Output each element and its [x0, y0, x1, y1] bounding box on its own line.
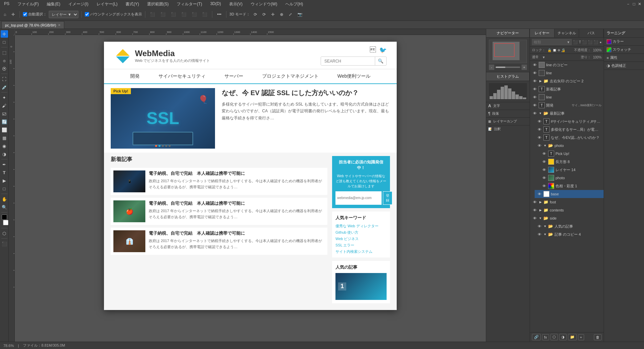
brush-tool[interactable]: 🖌: [1, 102, 8, 109]
lasso-tool[interactable]: ⌾: [1, 57, 8, 64]
gradient-tool[interactable]: ▦: [1, 134, 8, 142]
screen-mode-btn[interactable]: ⬛: [1, 240, 8, 247]
canvas-area[interactable]: 0 100 200 300 400 500 600 700 80: [9, 29, 486, 342]
3d-orbit-btn[interactable]: ⟳: [252, 11, 259, 18]
home-btn[interactable]: ⌂: [2, 11, 8, 18]
history-brush-tool[interactable]: 🔄: [1, 118, 8, 125]
layer-photo-folder[interactable]: 👁 ▼ 📂 photo: [535, 142, 604, 150]
visibility-eye-20[interactable]: 👁: [537, 224, 542, 228]
nav-security[interactable]: サイバーセキュリティ: [149, 69, 215, 83]
move-tool[interactable]: ✛: [1, 30, 8, 38]
menu-help[interactable]: ヘルプ(H): [284, 1, 305, 8]
article-item[interactable]: 📱 電子納税、自宅で完結 本人確認は携帯で可能に 政府は 2017 年からインタ…: [111, 168, 327, 195]
layer-mask-btn[interactable]: ⬡: [550, 334, 558, 340]
layer-expand-10[interactable]: ▼: [543, 144, 547, 147]
crop-tool[interactable]: ⛶: [1, 75, 8, 83]
bounding-box-label[interactable]: バウンティングボックスを表示: [85, 12, 142, 17]
dodge-tool[interactable]: ◑: [1, 150, 8, 158]
visibility-eye-7[interactable]: 👁: [537, 119, 542, 123]
nav-pm[interactable]: プロジェクトマネジメント: [253, 69, 328, 83]
layer-line2[interactable]: 👁 line: [530, 93, 604, 101]
menu-filter[interactable]: フィルター(T): [175, 1, 203, 8]
filter-smart-icon[interactable]: ⬛: [594, 40, 598, 44]
3d-scale-btn[interactable]: ⤢: [287, 11, 294, 18]
align-right-btn[interactable]: ⬛: [169, 11, 178, 18]
minimize-btn[interactable]: －: [626, 1, 630, 7]
tab-close-btn[interactable]: ✕: [58, 23, 61, 27]
layer-expand-20[interactable]: ▼: [543, 225, 547, 228]
twitter-icon[interactable]: 🐦: [379, 46, 387, 54]
layer-foot-folder[interactable]: 👁 ▶ 📁 foot: [530, 198, 604, 206]
navigator-tab[interactable]: ナビゲーター: [486, 29, 530, 37]
filter-toggle[interactable]: ●: [600, 40, 602, 44]
align-center-btn[interactable]: ⬛: [159, 11, 167, 18]
layer-search-input[interactable]: [534, 40, 567, 44]
visibility-eye-12[interactable]: 👁: [541, 160, 547, 164]
bounding-box-checkbox[interactable]: [85, 12, 89, 16]
layer-expand-21[interactable]: ▼: [543, 233, 547, 236]
artboard-tool[interactable]: □: [1, 38, 8, 46]
filter-type-icon[interactable]: ⬛: [582, 40, 587, 44]
swatches-panel-item[interactable]: スウォッチ: [604, 46, 644, 54]
keyword-1[interactable]: Github 使い方: [335, 230, 387, 235]
filter-shape-icon[interactable]: ⬛: [588, 40, 593, 44]
layer-expand-6[interactable]: ▼: [539, 112, 542, 115]
adjustment-layer-btn[interactable]: ◑: [559, 334, 567, 340]
newsletter-submit-btn[interactable]: 登録: [383, 191, 392, 205]
histogram-tab[interactable]: ヒストグラム: [486, 72, 530, 81]
layer-cyber-text[interactable]: 👁 T #サイバーセキュリティ,#サーバー: [535, 117, 604, 125]
marquee-tool[interactable]: ⬚: [1, 49, 8, 56]
attributes-panel-item[interactable]: ≡ 属性: [604, 54, 644, 62]
visibility-eye-0[interactable]: 👁: [532, 63, 537, 67]
search-input[interactable]: [321, 57, 375, 65]
layer-article-copy4[interactable]: 👁 ▼ 📂 記事 のコピー 4: [535, 230, 604, 238]
keyword-3[interactable]: SSL エラー: [335, 243, 387, 248]
keyword-2[interactable]: Web ビジネス: [335, 236, 387, 241]
background-color[interactable]: [3, 220, 8, 225]
menu-select[interactable]: 選択範囲(S): [146, 1, 170, 8]
layers-tab[interactable]: レイヤー: [530, 29, 554, 37]
layer-desc-text[interactable]: 👁 T 多様化するサー...局）が電子証: [535, 125, 604, 133]
facebook-icon[interactable]: : [370, 46, 376, 54]
visibility-eye-14[interactable]: 👁: [541, 176, 547, 180]
type-tool[interactable]: T: [1, 169, 8, 176]
blur-tool[interactable]: ◉: [1, 142, 8, 150]
align-top-btn[interactable]: ⬛: [180, 11, 188, 18]
file-tab[interactable]: pc_top.psd @ 78.6% (RGB/8#) ✕: [1, 21, 64, 29]
menu-type[interactable]: 書式(Y): [124, 1, 140, 8]
nav-tools[interactable]: Web便利ツール: [328, 69, 380, 83]
nav-dev[interactable]: 開発: [121, 69, 149, 83]
group-layers-btn[interactable]: 📁: [568, 334, 577, 340]
canvas-scroll-area[interactable]: WebMedia Web でビジネスをする人のための情報サイト  🐦: [15, 35, 486, 342]
menu-file[interactable]: ファイル(F): [16, 1, 40, 8]
visibility-eye-8[interactable]: 👁: [537, 127, 542, 131]
newsletter-email-input[interactable]: [335, 191, 382, 205]
layer-line[interactable]: 👁 line: [530, 69, 604, 77]
visibility-eye-13[interactable]: 👁: [541, 168, 547, 172]
eyedropper-tool[interactable]: 💉: [1, 83, 8, 91]
layer-side-folder[interactable]: 👁 ▼ 📂 side: [530, 214, 604, 222]
layer-expand-17[interactable]: ▶: [539, 200, 542, 204]
article-item-2[interactable]: 🍎 電子納税、自宅で完結 本人確認は携帯で可能に 政府は 2017 年からインタ…: [111, 198, 327, 225]
auto-select-checkbox[interactable]: [23, 12, 27, 16]
visibility-eye-21[interactable]: 👁: [537, 232, 542, 236]
visibility-eye-3[interactable]: 👁: [532, 87, 537, 91]
layer-nav-text[interactable]: 👁 T 開発 サイ...Web便利ツール: [530, 101, 604, 109]
align-bottom-btn[interactable]: ⬛: [201, 11, 209, 18]
menu-3d[interactable]: 3D(D): [209, 1, 222, 8]
article-item-3[interactable]: 👔 電子納税、自宅で完結 本人確認は携帯で可能に 政府は 2017 年からインタ…: [111, 228, 327, 255]
layer-pickup-text[interactable]: 👁 T Pick Up!: [539, 150, 604, 158]
3d-slide-btn[interactable]: ⊕: [278, 11, 285, 18]
move-tool-btn[interactable]: ✛: [10, 11, 16, 18]
keyword-0[interactable]: 優秀な Web ディレクター: [335, 224, 387, 229]
3d-pan-btn[interactable]: ✛: [270, 11, 276, 18]
visibility-eye-10[interactable]: 👁: [537, 144, 542, 148]
foreground-color[interactable]: [2, 215, 7, 220]
visibility-eye-9[interactable]: 👁: [537, 135, 542, 140]
visibility-eye-2[interactable]: 👁: [532, 79, 537, 83]
delete-layer-btn[interactable]: 🗑: [594, 334, 602, 340]
layer-rect8[interactable]: 👁 長方形 8: [539, 158, 604, 166]
channels-tab[interactable]: チャンネル: [554, 29, 579, 37]
close-btn[interactable]: ✕: [638, 2, 641, 6]
layer-ev-text[interactable]: 👁 T なぜ、今EV認...がいいのか？: [535, 133, 604, 142]
